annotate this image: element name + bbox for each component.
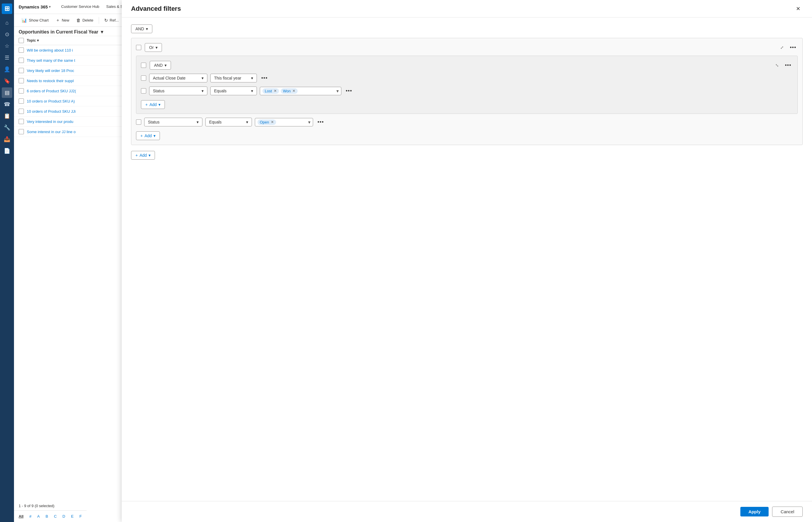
outer-row-field-chevron: ▾ — [197, 120, 199, 124]
outer-row-operator-select[interactable]: Equals ▾ — [205, 118, 252, 126]
delete-button[interactable]: 🗑 Delete — [74, 16, 96, 24]
row1-field-chevron: ▾ — [202, 76, 204, 80]
row2-field-chevron: ▾ — [202, 88, 204, 93]
alpha-#[interactable]: # — [27, 513, 34, 520]
row-checkbox-8[interactable] — [19, 129, 24, 134]
row2-more-button[interactable]: ••• — [344, 86, 353, 96]
alpha-C[interactable]: C — [52, 513, 59, 520]
phone-icon[interactable]: ☎ — [2, 99, 12, 109]
row1-operator-select[interactable]: This fiscal year ▾ — [210, 74, 257, 82]
top-add-button[interactable]: + Add ▾ — [131, 151, 155, 160]
pill-lost-remove[interactable]: ✕ — [274, 89, 277, 93]
cmd-divider — [99, 17, 99, 24]
inner-group-header: AND ▾ ⤡ ••• — [141, 61, 793, 70]
inner-group-checkbox[interactable] — [141, 63, 146, 68]
refresh-button[interactable]: ↻ Ref... — [101, 16, 122, 25]
row-check[interactable] — [19, 109, 27, 114]
row-checkbox-3[interactable] — [19, 78, 24, 83]
outer-or-button[interactable]: Or ▾ — [145, 43, 162, 52]
pill-open-remove[interactable]: ✕ — [271, 120, 274, 124]
row-checkbox-2[interactable] — [19, 68, 24, 73]
row-check[interactable] — [19, 68, 27, 73]
outer-add-plus: + — [140, 134, 143, 138]
inner-add-button[interactable]: + Add ▾ — [141, 100, 165, 109]
top-add-label: Add — [140, 153, 147, 158]
alpha-D[interactable]: D — [60, 513, 67, 520]
show-chart-button[interactable]: 📊 Show Chart — [19, 16, 52, 25]
row-check[interactable] — [19, 129, 27, 134]
alpha-A[interactable]: A — [35, 513, 42, 520]
dynamics-title: Dynamics 365 — [19, 4, 48, 9]
alpha-F[interactable]: F — [77, 513, 84, 520]
outer-operator-chevron: ▾ — [156, 45, 158, 50]
row-check[interactable] — [19, 88, 27, 94]
cancel-button[interactable]: Cancel — [772, 506, 803, 517]
top-add-plus: + — [136, 153, 138, 158]
inner-filter-group: AND ▾ ⤡ ••• Actual Close Date ▾ — [136, 56, 798, 114]
row-checkbox-7[interactable] — [19, 119, 24, 124]
row-checkbox-5[interactable] — [19, 98, 24, 104]
inner-operator-label: AND — [154, 63, 163, 67]
outer-row-checkbox[interactable] — [136, 119, 141, 125]
pill-won-remove[interactable]: ✕ — [292, 89, 295, 93]
row-check[interactable] — [19, 119, 27, 124]
home-icon[interactable]: ⌂ — [2, 18, 12, 28]
row2-operator-select[interactable]: Equals ▾ — [210, 86, 257, 95]
show-chart-label: Show Chart — [29, 18, 49, 22]
reports-icon[interactable]: 📋 — [2, 111, 12, 121]
inner-more-button[interactable]: ••• — [784, 61, 793, 70]
pinned-icon[interactable]: ☆ — [2, 41, 12, 51]
inner-expand-button[interactable]: ⤡ — [773, 61, 781, 69]
row-check[interactable] — [19, 47, 27, 53]
outer-filter-group: Or ▾ ⤢ ••• AND ▾ — [131, 38, 803, 145]
panel-close-button[interactable]: ✕ — [793, 4, 803, 14]
row-check[interactable] — [19, 78, 27, 83]
row2-checkbox[interactable] — [141, 88, 146, 94]
outer-group-checkbox[interactable] — [136, 45, 141, 50]
alpha-All[interactable]: All — [16, 513, 26, 520]
row1-field-select[interactable]: Actual Close Date ▾ — [149, 74, 207, 82]
row1-operator-chevron: ▾ — [251, 76, 253, 80]
contacts-icon[interactable]: 👤 — [2, 64, 12, 75]
outer-more-button[interactable]: ••• — [788, 43, 798, 52]
alpha-B[interactable]: B — [43, 513, 51, 520]
apply-button[interactable]: Apply — [740, 507, 769, 517]
notes-icon[interactable]: ☰ — [2, 53, 12, 63]
top-and-button[interactable]: AND ▾ — [131, 24, 152, 33]
docs-icon[interactable]: 📄 — [2, 146, 12, 156]
outer-row-field-select[interactable]: Status ▾ — [144, 118, 202, 126]
inner-and-button[interactable]: AND ▾ — [150, 61, 171, 69]
new-icon: ＋ — [56, 18, 60, 23]
panel-body: AND ▾ Or ▾ ⤢ ••• — [122, 18, 812, 501]
outer-add-button[interactable]: + Add ▾ — [136, 132, 160, 140]
inner-operator-chevron: ▾ — [165, 63, 167, 67]
row1-checkbox[interactable] — [141, 76, 146, 81]
row-checkbox-4[interactable] — [19, 88, 24, 94]
row-checkbox-1[interactable] — [19, 58, 24, 63]
row1-more-button[interactable]: ••• — [260, 74, 269, 83]
row-check[interactable] — [19, 58, 27, 63]
recent-icon[interactable]: ⊙ — [2, 29, 12, 40]
bookmarks-icon[interactable]: 🔖 — [2, 76, 12, 86]
customer-service-hub-link[interactable]: Customer Service Hub — [58, 0, 103, 14]
outer-row-more-button[interactable]: ••• — [316, 117, 325, 127]
new-button[interactable]: ＋ New — [53, 16, 72, 25]
row2-operator-chevron: ▾ — [251, 88, 253, 93]
inbox-icon[interactable]: 📥 — [2, 134, 12, 144]
row-checkbox-0[interactable] — [19, 47, 24, 53]
tools-icon[interactable]: 🔧 — [2, 122, 12, 133]
header-checkbox[interactable] — [19, 38, 24, 43]
inner-add-label: Add — [149, 102, 157, 107]
inner-group-header-right: ⤡ ••• — [773, 61, 793, 70]
top-operator-chevron: ▾ — [146, 26, 148, 31]
alpha-E[interactable]: E — [69, 513, 76, 520]
outer-expand-button[interactable]: ⤢ — [778, 43, 786, 52]
app-grid-icon[interactable]: ⊞ — [2, 3, 12, 14]
row2-field-select[interactable]: Status ▾ — [149, 86, 207, 95]
row-checkbox-6[interactable] — [19, 109, 24, 114]
check-all[interactable] — [19, 38, 27, 43]
outer-row-field-label: Status — [148, 120, 160, 124]
row-check[interactable] — [19, 98, 27, 104]
filter-row-status-open: Status ▾ Equals ▾ Open ✕ ▾ ••• — [136, 117, 798, 127]
list-icon[interactable]: ▤ — [2, 87, 12, 98]
